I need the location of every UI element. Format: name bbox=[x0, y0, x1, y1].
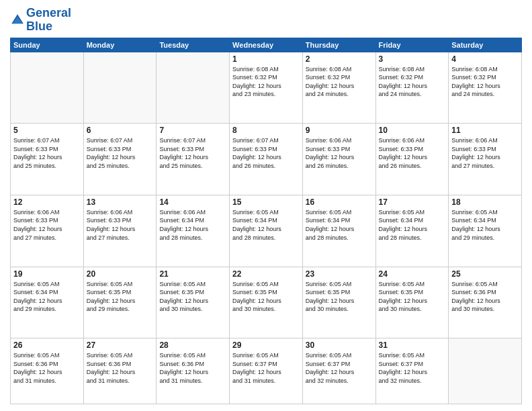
cell-text-line: Sunrise: 6:05 AM bbox=[306, 208, 373, 217]
cell-text-line: Sunrise: 6:05 AM bbox=[379, 351, 446, 360]
logo-subtext: Blue bbox=[26, 20, 71, 34]
cell-text-line: Sunrise: 6:07 AM bbox=[13, 136, 81, 145]
day-number: 17 bbox=[379, 197, 446, 207]
day-number: 1 bbox=[232, 54, 300, 64]
cell-text-line: Daylight: 12 hours bbox=[379, 368, 446, 377]
cell-text-line: Sunset: 6:37 PM bbox=[232, 360, 300, 369]
cell-text-line: Sunset: 6:36 PM bbox=[87, 360, 154, 369]
cell-text-line: Daylight: 12 hours bbox=[306, 297, 373, 306]
day-header-tuesday: Tuesday bbox=[157, 38, 230, 52]
day-number: 13 bbox=[87, 197, 154, 207]
cell-text-line: and 27 minutes. bbox=[13, 234, 81, 242]
cell-text-line: Daylight: 12 hours bbox=[306, 368, 373, 377]
cell-text-line: Sunset: 6:35 PM bbox=[306, 288, 373, 297]
calendar-cell: 26Sunrise: 6:05 AMSunset: 6:36 PMDayligh… bbox=[11, 338, 84, 404]
day-number: 28 bbox=[159, 340, 226, 350]
cell-text-line: and 31 minutes. bbox=[87, 377, 154, 385]
cell-text-line: Daylight: 12 hours bbox=[232, 153, 300, 162]
cell-text-line: Sunrise: 6:05 AM bbox=[306, 351, 373, 360]
calendar-cell: 11Sunrise: 6:06 AMSunset: 6:33 PMDayligh… bbox=[449, 124, 522, 195]
cell-text-line: Daylight: 12 hours bbox=[159, 297, 226, 306]
cell-text-line: and 31 minutes. bbox=[232, 377, 300, 385]
cell-text-line: and 29 minutes. bbox=[87, 305, 154, 314]
cell-text-line: Sunrise: 6:08 AM bbox=[451, 65, 519, 74]
cell-text-line: Sunrise: 6:05 AM bbox=[87, 280, 154, 289]
cell-text-line: Daylight: 12 hours bbox=[379, 153, 446, 162]
cell-text-line: Sunset: 6:36 PM bbox=[159, 360, 226, 369]
day-number: 21 bbox=[159, 269, 226, 279]
cell-text-line: Sunset: 6:33 PM bbox=[87, 145, 154, 154]
calendar-cell: 4Sunrise: 6:08 AMSunset: 6:32 PMDaylight… bbox=[449, 52, 522, 124]
cell-text-line: and 28 minutes. bbox=[306, 234, 373, 242]
cell-text-line: Sunset: 6:34 PM bbox=[451, 216, 519, 225]
cell-text-line: and 30 minutes. bbox=[379, 305, 446, 314]
calendar-week-row: 1Sunrise: 6:08 AMSunset: 6:32 PMDaylight… bbox=[11, 52, 522, 124]
cell-text-line: Daylight: 12 hours bbox=[159, 153, 226, 162]
cell-text-line: Sunset: 6:35 PM bbox=[379, 288, 446, 297]
cell-text-line: Daylight: 12 hours bbox=[13, 225, 81, 234]
day-number: 29 bbox=[232, 340, 300, 350]
calendar-cell: 2Sunrise: 6:08 AMSunset: 6:32 PMDaylight… bbox=[302, 52, 375, 124]
cell-text-line: Sunrise: 6:05 AM bbox=[306, 280, 373, 289]
cell-text-line: Sunset: 6:32 PM bbox=[379, 73, 446, 82]
day-number: 30 bbox=[306, 340, 373, 350]
calendar-cell: 19Sunrise: 6:05 AMSunset: 6:34 PMDayligh… bbox=[11, 267, 84, 338]
calendar-week-row: 12Sunrise: 6:06 AMSunset: 6:33 PMDayligh… bbox=[11, 195, 522, 267]
calendar-cell: 15Sunrise: 6:05 AMSunset: 6:34 PMDayligh… bbox=[230, 195, 303, 267]
cell-text-line: Sunset: 6:37 PM bbox=[306, 360, 373, 369]
calendar-week-row: 26Sunrise: 6:05 AMSunset: 6:36 PMDayligh… bbox=[11, 338, 522, 404]
calendar-cell: 3Sunrise: 6:08 AMSunset: 6:32 PMDaylight… bbox=[375, 52, 449, 124]
day-header-thursday: Thursday bbox=[302, 38, 375, 52]
cell-text-line: Sunset: 6:35 PM bbox=[159, 288, 226, 297]
cell-text-line: Sunrise: 6:08 AM bbox=[232, 65, 300, 74]
cell-text-line: Sunrise: 6:05 AM bbox=[232, 351, 300, 360]
cell-text-line: Daylight: 12 hours bbox=[306, 225, 373, 234]
cell-text-line: and 30 minutes. bbox=[159, 305, 226, 314]
cell-text-line: Sunrise: 6:06 AM bbox=[87, 208, 154, 217]
calendar-cell: 29Sunrise: 6:05 AMSunset: 6:37 PMDayligh… bbox=[230, 338, 303, 404]
day-header-sunday: Sunday bbox=[11, 38, 84, 52]
calendar-cell: 23Sunrise: 6:05 AMSunset: 6:35 PMDayligh… bbox=[302, 267, 375, 338]
cell-text-line: and 27 minutes. bbox=[87, 234, 154, 242]
cell-text-line: and 30 minutes. bbox=[232, 305, 300, 314]
cell-text-line: and 25 minutes. bbox=[159, 162, 226, 171]
cell-text-line: and 23 minutes. bbox=[232, 90, 300, 99]
calendar-cell: 7Sunrise: 6:07 AMSunset: 6:33 PMDaylight… bbox=[157, 124, 230, 195]
cell-text-line: Sunset: 6:34 PM bbox=[13, 288, 81, 297]
calendar-cell bbox=[83, 52, 157, 124]
cell-text-line: Sunrise: 6:07 AM bbox=[159, 136, 226, 145]
cell-text-line: and 28 minutes. bbox=[379, 234, 446, 242]
cell-text-line: Sunset: 6:33 PM bbox=[451, 145, 519, 154]
calendar-cell: 30Sunrise: 6:05 AMSunset: 6:37 PMDayligh… bbox=[302, 338, 375, 404]
cell-text-line: and 30 minutes. bbox=[306, 305, 373, 314]
cell-text-line: and 28 minutes. bbox=[159, 234, 226, 242]
cell-text-line: Sunset: 6:33 PM bbox=[13, 216, 81, 225]
cell-text-line: and 26 minutes. bbox=[306, 162, 373, 171]
calendar-cell: 13Sunrise: 6:06 AMSunset: 6:33 PMDayligh… bbox=[83, 195, 157, 267]
calendar-cell: 27Sunrise: 6:05 AMSunset: 6:36 PMDayligh… bbox=[83, 338, 157, 404]
calendar-week-row: 19Sunrise: 6:05 AMSunset: 6:34 PMDayligh… bbox=[11, 267, 522, 338]
calendar-cell bbox=[157, 52, 230, 124]
day-number: 2 bbox=[306, 54, 373, 64]
cell-text-line: Sunset: 6:37 PM bbox=[379, 360, 446, 369]
day-number: 14 bbox=[159, 197, 226, 207]
calendar-week-row: 5Sunrise: 6:07 AMSunset: 6:33 PMDaylight… bbox=[11, 124, 522, 195]
day-number: 12 bbox=[13, 197, 81, 207]
cell-text-line: and 26 minutes. bbox=[232, 162, 300, 171]
cell-text-line: Sunrise: 6:05 AM bbox=[13, 280, 81, 289]
day-number: 20 bbox=[87, 269, 154, 279]
calendar-cell bbox=[449, 338, 522, 404]
cell-text-line: Daylight: 12 hours bbox=[87, 297, 154, 306]
day-number: 26 bbox=[13, 340, 81, 350]
cell-text-line: Sunrise: 6:06 AM bbox=[13, 208, 81, 217]
cell-text-line: Sunrise: 6:05 AM bbox=[451, 208, 519, 217]
cell-text-line: Sunset: 6:32 PM bbox=[451, 73, 519, 82]
cell-text-line: and 27 minutes. bbox=[451, 162, 519, 171]
cell-text-line: Daylight: 12 hours bbox=[13, 368, 81, 377]
cell-text-line: Sunset: 6:34 PM bbox=[232, 216, 300, 225]
cell-text-line: Daylight: 12 hours bbox=[451, 225, 519, 234]
day-number: 15 bbox=[232, 197, 300, 207]
cell-text-line: Daylight: 12 hours bbox=[13, 297, 81, 306]
calendar-cell: 25Sunrise: 6:05 AMSunset: 6:36 PMDayligh… bbox=[449, 267, 522, 338]
cell-text-line: Sunset: 6:34 PM bbox=[306, 216, 373, 225]
